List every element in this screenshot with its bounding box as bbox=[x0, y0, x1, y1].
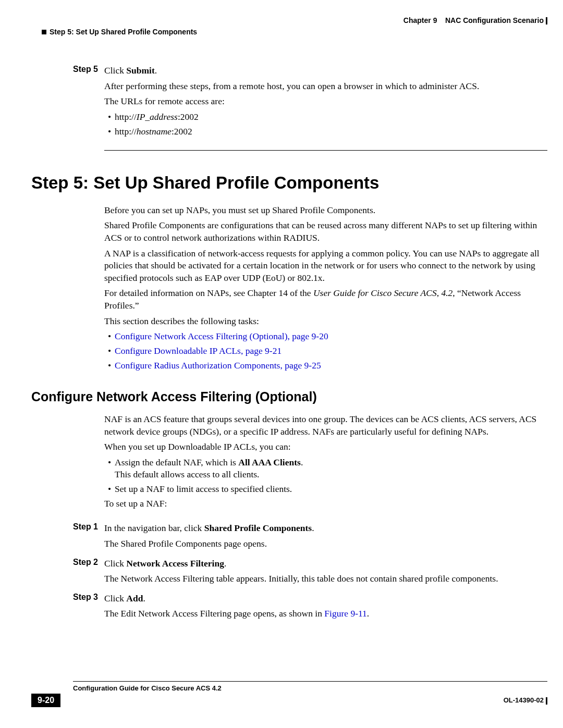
page-header: Chapter 9 NAC Configuration Scenario Ste… bbox=[31, 16, 547, 36]
step-label: Step 1 bbox=[73, 520, 104, 553]
doc-number: OL-14390-02 bbox=[504, 696, 544, 704]
page-footer: Configuration Guide for Cisco Secure ACS… bbox=[31, 681, 547, 707]
step-label: Step 5 bbox=[73, 63, 104, 140]
step-label: Step 3 bbox=[73, 590, 104, 623]
link-configure-naf[interactable]: Configure Network Access Filtering (Opti… bbox=[115, 331, 328, 341]
footer-guide-title: Configuration Guide for Cisco Secure ACS… bbox=[73, 684, 222, 693]
page-content: Step 5 Click Submit. After performing th… bbox=[31, 63, 547, 625]
link-configure-radius[interactable]: Configure Radius Authorization Component… bbox=[115, 360, 321, 371]
section-rule bbox=[104, 150, 547, 151]
heading-shared-profile: Step 5: Set Up Shared Profile Components bbox=[31, 171, 547, 195]
chapter-label: Chapter 9 NAC Configuration Scenario bbox=[403, 16, 544, 24]
heading-configure-naf: Configure Network Access Filtering (Opti… bbox=[31, 388, 547, 406]
step-1-row: Step 1 In the navigation bar, click Shar… bbox=[31, 520, 547, 553]
link-figure-9-11[interactable]: Figure 9-11 bbox=[324, 608, 367, 619]
header-section: Step 5: Set Up Shared Profile Components bbox=[42, 27, 197, 37]
link-configure-ip-acls[interactable]: Configure Downloadable IP ACLs, page 9-2… bbox=[115, 346, 282, 356]
step-2-row: Step 2 Click Network Access Filtering. T… bbox=[31, 556, 547, 588]
step-5-row: Step 5 Click Submit. After performing th… bbox=[31, 63, 547, 140]
page-number: 9-20 bbox=[31, 694, 60, 707]
step-3-row: Step 3 Click Add. The Edit Network Acces… bbox=[31, 590, 547, 623]
step-label: Step 2 bbox=[73, 556, 104, 588]
